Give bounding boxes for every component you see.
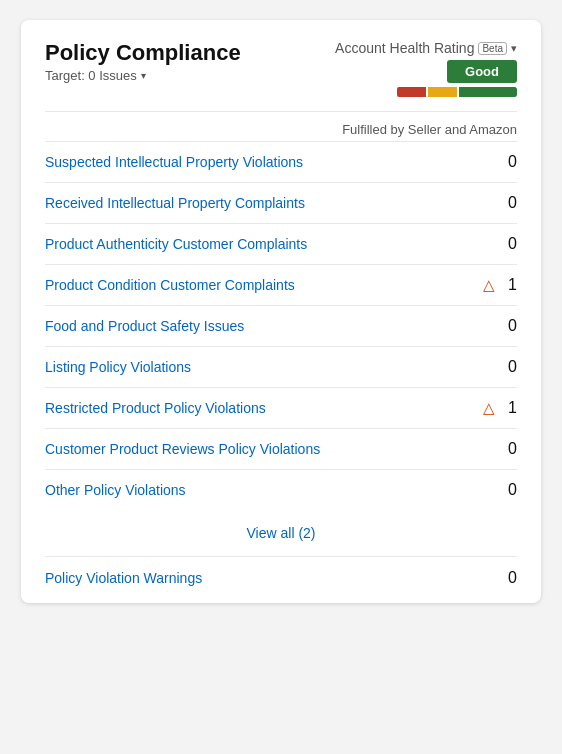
- policy-row-link[interactable]: Received Intellectual Property Complaint…: [45, 195, 305, 211]
- fulfilled-header: Fulfilled by Seller and Amazon: [45, 112, 517, 141]
- policy-row: Other Policy Violations0: [45, 470, 517, 510]
- policy-value-group: 0: [487, 235, 517, 253]
- card-header: Policy Compliance Target: 0 Issues ▾ Acc…: [45, 40, 517, 97]
- policy-row: Suspected Intellectual Property Violatio…: [45, 142, 517, 183]
- header-left: Policy Compliance Target: 0 Issues ▾: [45, 40, 241, 83]
- policy-row-value: 1: [501, 276, 517, 294]
- policy-value-group: △1: [483, 276, 517, 294]
- header-right: Account Health Rating Beta ▾ Good: [335, 40, 517, 97]
- good-button[interactable]: Good: [447, 60, 517, 83]
- page-title: Policy Compliance: [45, 40, 241, 66]
- policy-value-group: △1: [483, 399, 517, 417]
- policy-row-value: 0: [501, 317, 517, 335]
- policy-row-value: 0: [501, 194, 517, 212]
- policy-compliance-card: Policy Compliance Target: 0 Issues ▾ Acc…: [21, 20, 541, 603]
- policy-warnings-link[interactable]: Policy Violation Warnings: [45, 570, 202, 586]
- policy-row-link[interactable]: Other Policy Violations: [45, 482, 186, 498]
- health-bar: [397, 87, 517, 97]
- policy-row-value: 0: [501, 440, 517, 458]
- policy-section: Suspected Intellectual Property Violatio…: [45, 141, 517, 510]
- ahr-row: Account Health Rating Beta ▾: [335, 40, 517, 56]
- policy-row-value: 0: [501, 235, 517, 253]
- policy-warnings-row: Policy Violation Warnings 0: [45, 569, 517, 587]
- view-all-row: View all (2): [45, 510, 517, 557]
- policy-row: Food and Product Safety Issues0: [45, 306, 517, 347]
- policy-row: Product Condition Customer Complaints△1: [45, 265, 517, 306]
- target-chevron-icon: ▾: [141, 70, 146, 81]
- policy-value-group: 0: [487, 481, 517, 499]
- view-all-link[interactable]: View all (2): [247, 525, 316, 541]
- health-bar-red: [397, 87, 426, 97]
- policy-row-link[interactable]: Restricted Product Policy Violations: [45, 400, 266, 416]
- policy-row-link[interactable]: Customer Product Reviews Policy Violatio…: [45, 441, 320, 457]
- policy-row-link[interactable]: Product Condition Customer Complaints: [45, 277, 295, 293]
- policy-value-group: 0: [487, 440, 517, 458]
- health-bar-green: [459, 87, 517, 97]
- policy-row-value: 1: [501, 399, 517, 417]
- ahr-chevron-icon: ▾: [511, 42, 517, 55]
- policy-value-group: 0: [487, 358, 517, 376]
- policy-warnings-value: 0: [508, 569, 517, 587]
- policy-row-link[interactable]: Food and Product Safety Issues: [45, 318, 244, 334]
- warning-icon: △: [483, 276, 495, 294]
- policy-row: Received Intellectual Property Complaint…: [45, 183, 517, 224]
- policy-row-value: 0: [501, 153, 517, 171]
- health-bar-yellow: [428, 87, 457, 97]
- policy-row-link[interactable]: Suspected Intellectual Property Violatio…: [45, 154, 303, 170]
- beta-badge: Beta: [478, 42, 507, 55]
- policy-row-link[interactable]: Listing Policy Violations: [45, 359, 191, 375]
- policy-row: Restricted Product Policy Violations△1: [45, 388, 517, 429]
- policy-row-link[interactable]: Product Authenticity Customer Complaints: [45, 236, 307, 252]
- policy-value-group: 0: [487, 153, 517, 171]
- policy-value-group: 0: [487, 194, 517, 212]
- warning-icon: △: [483, 399, 495, 417]
- policy-row: Customer Product Reviews Policy Violatio…: [45, 429, 517, 470]
- policy-row-value: 0: [501, 358, 517, 376]
- policy-row-value: 0: [501, 481, 517, 499]
- policy-row: Product Authenticity Customer Complaints…: [45, 224, 517, 265]
- bottom-section: Policy Violation Warnings 0: [45, 557, 517, 603]
- policy-row: Listing Policy Violations0: [45, 347, 517, 388]
- policy-value-group: 0: [487, 317, 517, 335]
- target-row[interactable]: Target: 0 Issues ▾: [45, 68, 241, 83]
- target-label: Target: 0 Issues: [45, 68, 137, 83]
- ahr-label: Account Health Rating: [335, 40, 474, 56]
